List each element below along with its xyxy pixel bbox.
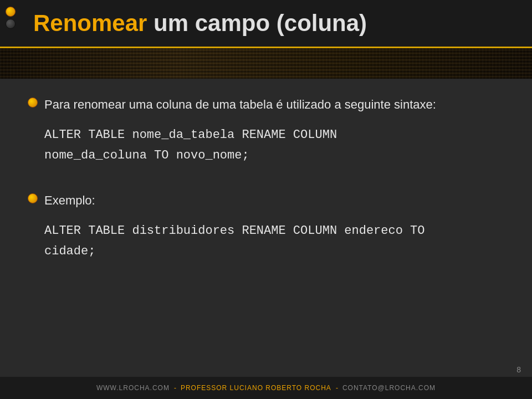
footer-divider-1: - — [174, 384, 176, 392]
footer: WWW.LROCHA.COM - PROFESSOR LUCIANO ROBER… — [0, 377, 532, 399]
footer-contact: CONTATO@LROCHA.COM — [342, 384, 436, 392]
footer-professor: PROFESSOR LUCIANO ROBERTO ROCHA — [181, 384, 331, 392]
example-code-block: ALTER TABLE distribuidores RENAME COLUMN… — [28, 221, 504, 262]
example-code-line1: ALTER TABLE distribuidores RENAME COLUMN… — [44, 221, 504, 241]
bullet-icon-example — [28, 193, 38, 203]
header: Renomear um campo (coluna) — [0, 0, 532, 48]
bullet-icon-syntax — [28, 98, 38, 108]
syntax-code-block: ALTER TABLE nome_da_tabela RENAME COLUMN… — [28, 125, 504, 166]
footer-website: WWW.LROCHA.COM — [96, 384, 170, 392]
decorative-circles — [6, 7, 16, 29]
footer-divider-2: - — [336, 384, 338, 392]
example-description-text: Exemplo: — [44, 191, 95, 209]
page-number: 8 — [516, 365, 521, 374]
syntax-code-line1: ALTER TABLE nome_da_tabela RENAME COLUMN — [44, 125, 504, 145]
title-highlight: Renomear — [33, 10, 147, 36]
syntax-description: Para renomear uma coluna de uma tabela é… — [28, 95, 504, 114]
page-title: Renomear um campo (coluna) — [33, 10, 367, 37]
texture-strip — [0, 48, 532, 79]
main-content: Para renomear uma coluna de uma tabela é… — [0, 79, 532, 287]
example-code-line2: cidade; — [44, 241, 504, 262]
circle-top — [6, 7, 16, 17]
syntax-description-text: Para renomear uma coluna de uma tabela é… — [44, 95, 436, 114]
syntax-code-line2: nome_da_coluna TO novo_nome; — [44, 145, 504, 166]
circle-bottom — [6, 19, 16, 29]
example-description: Exemplo: — [28, 191, 504, 209]
section-gap — [28, 180, 504, 191]
title-normal: um campo (coluna) — [147, 10, 367, 36]
